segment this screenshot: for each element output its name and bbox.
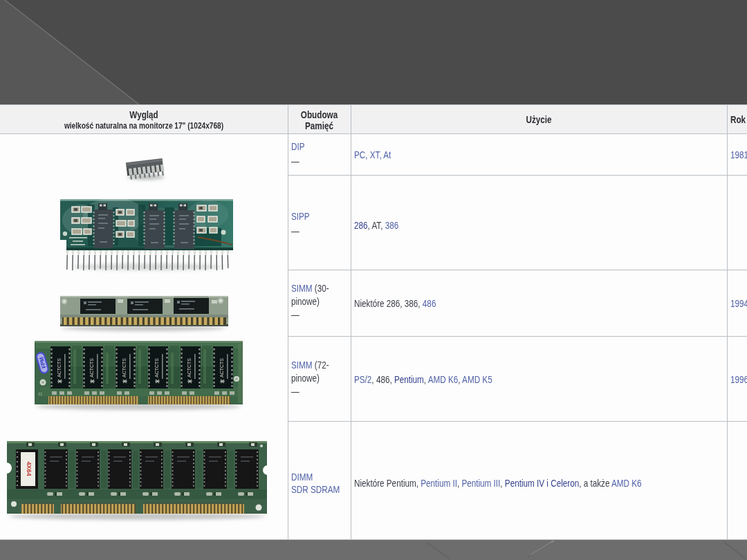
- svg-text:ACTCTS: ACTCTS: [57, 358, 62, 377]
- svg-text:ACTCTS: ACTCTS: [122, 358, 127, 377]
- svg-text:ACTCTS: ACTCTS: [187, 358, 192, 377]
- svg-text:4X64: 4X64: [26, 461, 33, 476]
- svg-text:ACTCTS: ACTCTS: [89, 358, 94, 377]
- svg-text:ACTCTS: ACTCTS: [219, 358, 224, 377]
- svg-text:ACTCTS: ACTCTS: [154, 358, 159, 377]
- svg-text:Z2: Z2: [38, 392, 42, 396]
